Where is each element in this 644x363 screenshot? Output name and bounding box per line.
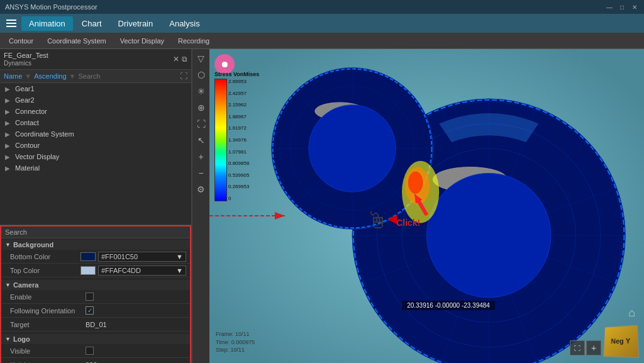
tree-label: Material [15,164,40,172]
camera-section-header[interactable]: ▼ Camera [1,280,190,290]
viewport-info: Frame: 10/11 Time: 0.000975 Step: 10/11 [216,330,255,354]
left-panel: FE_Gear_Test Dynamics ✕ ⧉ Name ▼ Ascendi… [0,49,192,363]
scale-value-10: 0 [228,196,249,201]
tree-item-contour[interactable]: ▶ Contour [0,140,191,151]
tree-item-gear2[interactable]: ▶ Gear2 [0,94,191,106]
maximize-button[interactable]: □ [618,3,626,11]
bottom-color-swatch[interactable] [80,252,96,261]
zoom-plus-button[interactable]: + [586,340,601,355]
window-controls: — □ ✕ [605,3,639,11]
svg-point-26 [309,105,396,192]
section-label: Logo [13,335,30,343]
logo-section-header[interactable]: ▼ Logo [1,334,190,344]
tree-label: Gear1 [15,85,35,92]
visible-checkbox[interactable] [86,347,94,355]
tree-item-contact[interactable]: ▶ Contact [0,117,191,128]
coords-display: 20.33916 -0.00000 -23.39484 [402,301,495,310]
height-text: 300 [86,361,97,364]
asterisk-icon[interactable]: ✳ [196,84,207,98]
section-chevron: ▼ [5,242,11,248]
enable-checkbox[interactable] [86,293,94,301]
bottom-color-dropdown[interactable]: #FF001C50 ▼ [98,252,186,262]
tree-label: Connector [15,108,47,115]
chevron-icon: ▶ [5,86,13,92]
top-color-swatch[interactable] [80,266,96,275]
tree-item-vector-display[interactable]: ▶ Vector Display [0,151,191,162]
logo-section: ▼ Logo Visible Height 300 File Path [1,333,190,363]
target-row: Target BD_01 [1,318,190,332]
target-icon[interactable]: ⊕ [196,101,207,114]
menu-drivetrain[interactable]: Drivetrain [111,16,161,31]
scale-value-5: 1.34976 [228,137,249,143]
tree-item-coordinate-system[interactable]: ▶ Coordinate System [0,128,191,140]
expand-button[interactable]: ⛶ [570,340,585,355]
sort-name-label[interactable]: Name [4,72,22,80]
subtool-coordinate-system[interactable]: Coordinate System [41,36,113,46]
viewport[interactable]: ⏺ Stress VonMises 2.69953 2.42957 2.1596… [209,49,644,363]
chevron-icon: ▶ [5,131,13,138]
subtool-vector-display[interactable]: Vector Display [114,36,170,46]
hamburger-menu[interactable] [3,14,20,32]
background-section-header[interactable]: ▼ Background [1,240,190,250]
plus-icon[interactable]: + [196,150,205,164]
camera-section: ▼ Camera Enable Following Orientation ✓ [1,279,190,333]
section-chevron: ▼ [5,282,11,288]
scale-value-0: 2.69953 [228,79,249,84]
frame-info: Frame: 10/11 [216,330,255,338]
target-text: BD_01 [86,321,107,328]
menu-analysis[interactable]: Analysis [162,16,207,31]
tree-item-connector[interactable]: ▶ Connector [0,106,191,117]
following-checkbox[interactable]: ✓ [86,306,94,315]
home-button[interactable]: ⌂ [628,306,635,320]
sort-ascending-label[interactable]: Ascending [34,72,66,80]
chevron-icon: ▶ [5,120,13,126]
app-title: ANSYS Motion Postprocessor [5,3,97,11]
visible-label: Visible [10,347,86,355]
scale-value-8: 0.539905 [228,172,249,178]
expand-all-icon[interactable]: ⛶ [180,72,187,81]
subtool-contour[interactable]: Contour [3,36,40,46]
nav-cube[interactable]: Neg Y [603,325,638,357]
scale-title: Stress VonMises [214,71,271,77]
scale-value-7: 0.809858 [228,160,249,166]
close-button[interactable]: ✕ [630,3,639,11]
top-color-value: #FFAFC4DD ▼ [80,265,186,276]
section-label: Background [13,241,53,249]
chevron-icon: ▶ [5,108,13,115]
minimize-button[interactable]: — [605,3,614,11]
scale-value-1: 2.42957 [228,91,249,96]
sort-bar: Name ▼ Ascending ▼ ⛶ [0,70,191,83]
settings-icon[interactable]: ⚙ [195,182,207,196]
color-scale: Stress VonMises 2.69953 2.42957 2.15962 … [214,71,271,342]
tree-item-material[interactable]: ▶ Material [0,162,191,174]
dropdown-arrow-icon: ▼ [176,267,183,274]
arrow-icon[interactable]: ↖ [196,133,207,147]
copy-icon[interactable]: ⧉ [182,55,187,64]
step-info: Step: 10/11 [216,346,255,354]
gear-visualization [209,49,644,363]
following-value: ✓ [86,306,186,315]
menu-animation[interactable]: Animation [21,16,73,31]
tree-area: ▶ Gear1 ▶ Gear2 ▶ Connector ▶ Contact ▶ [0,83,191,225]
subtool-recording[interactable]: Recording [172,36,216,46]
enable-label: Enable [10,293,86,301]
cube-icon[interactable]: ⬡ [196,68,207,82]
chevron-icon: ▶ [5,165,13,172]
minus-icon[interactable]: − [196,166,205,180]
top-color-text: #FFAFC4DD [101,267,141,274]
filter-icon[interactable]: ▽ [196,52,206,65]
expand2-icon[interactable]: ⛶ [195,117,208,131]
tree-label: Gear2 [15,96,35,104]
properties-panel: Search ▼ Background Bottom Color #FF001C… [0,225,191,363]
menu-bar: Animation Chart Drivetrain Analysis [0,14,644,33]
height-row: Height 300 [1,358,190,363]
props-header: Search [1,226,190,238]
mouse-icon: 🖱 [366,208,389,234]
menu-chart[interactable]: Chart [74,16,109,31]
tree-section: FE_Gear_Test Dynamics ✕ ⧉ Name ▼ Ascendi… [0,49,191,225]
side-icon-panel: ▽ ⬡ ✳ ⊕ ⛶ ↖ + − ⚙ [192,49,209,363]
tree-search-input[interactable] [79,72,178,80]
tree-item-gear1[interactable]: ▶ Gear1 [0,83,191,94]
top-color-dropdown[interactable]: #FFAFC4DD ▼ [98,265,186,276]
close-file-icon[interactable]: ✕ [173,55,179,64]
